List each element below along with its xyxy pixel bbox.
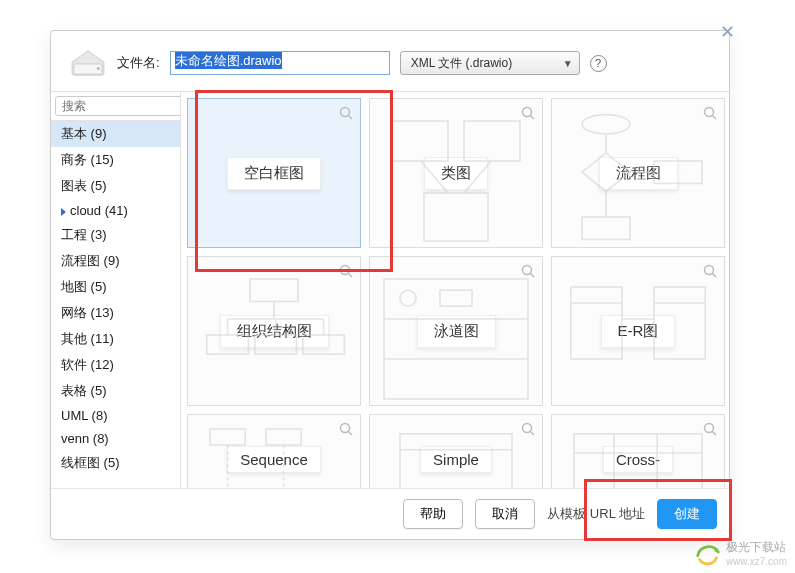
magnify-icon[interactable]: [338, 263, 354, 282]
magnify-icon[interactable]: [520, 263, 536, 282]
svg-point-51: [341, 424, 350, 433]
close-icon[interactable]: ✕: [716, 17, 739, 47]
svg-line-56: [531, 432, 535, 436]
svg-point-4: [341, 108, 350, 117]
svg-rect-48: [266, 429, 301, 445]
svg-rect-57: [574, 434, 702, 488]
svg-point-31: [341, 266, 350, 275]
svg-rect-41: [654, 287, 705, 359]
watermark-url: www.xz7.com: [726, 556, 787, 567]
svg-rect-22: [250, 279, 298, 301]
template-card[interactable]: 流程图: [551, 98, 725, 248]
svg-rect-16: [582, 217, 630, 239]
svg-point-1: [97, 67, 100, 70]
template-card[interactable]: Sequence: [187, 414, 361, 488]
dialog-header: 文件名: 未命名绘图.drawio XML 文件 (.drawio) ▼ ?: [51, 31, 729, 91]
svg-line-52: [349, 432, 353, 436]
sidebar-category-item[interactable]: cloud (41): [51, 199, 180, 222]
magnify-icon[interactable]: [702, 105, 718, 124]
filename-label: 文件名:: [117, 54, 160, 72]
svg-rect-24: [255, 335, 297, 354]
svg-rect-25: [303, 335, 345, 354]
help-button[interactable]: 帮助: [403, 499, 463, 529]
svg-line-62: [713, 432, 717, 436]
template-card[interactable]: 空白框图: [187, 98, 361, 248]
svg-rect-6: [392, 121, 448, 161]
new-file-dialog: ✕ 文件名: 未命名绘图.drawio XML 文件 (.drawio) ▼ ?: [50, 30, 730, 540]
template-card[interactable]: 类图: [369, 98, 543, 248]
svg-rect-47: [210, 429, 245, 445]
sidebar-category-item[interactable]: 流程图 (9): [51, 248, 180, 274]
magnify-icon[interactable]: [338, 421, 354, 440]
sidebar-category-item[interactable]: 商务 (15): [51, 147, 180, 173]
magnify-icon[interactable]: [702, 421, 718, 440]
svg-point-63: [714, 548, 718, 552]
svg-point-38: [523, 266, 532, 275]
template-card[interactable]: 组织结构图: [187, 256, 361, 406]
svg-rect-33: [384, 279, 528, 399]
svg-point-61: [705, 424, 714, 433]
search-input[interactable]: [55, 96, 181, 116]
chevron-down-icon: ▼: [563, 58, 573, 69]
sidebar-category-item[interactable]: 软件 (12): [51, 352, 180, 378]
svg-line-32: [349, 274, 353, 278]
magnify-icon[interactable]: [520, 421, 536, 440]
sidebar-category-item[interactable]: 工程 (3): [51, 222, 180, 248]
svg-marker-14: [582, 153, 630, 191]
sidebar-category-item[interactable]: 其他 (11): [51, 326, 180, 352]
svg-line-39: [531, 274, 535, 278]
watermark-text: 极光下载站: [726, 539, 787, 556]
template-grid-area: 空白框图类图流程图 组织结构图泳道图E-R图 SequenceSimpleCro…: [181, 92, 729, 488]
template-card[interactable]: 泳道图: [369, 256, 543, 406]
svg-line-5: [349, 116, 353, 120]
sidebar-category-item[interactable]: 图表 (5): [51, 173, 180, 199]
svg-line-12: [531, 116, 535, 120]
create-button[interactable]: 创建: [657, 499, 717, 529]
sidebar-category-item[interactable]: 基本 (9): [51, 121, 180, 147]
magnify-icon[interactable]: [702, 263, 718, 282]
template-card[interactable]: Simple: [369, 414, 543, 488]
svg-rect-40: [571, 287, 622, 359]
svg-point-13: [582, 115, 630, 134]
svg-rect-15: [654, 161, 702, 183]
format-selected-label: XML 文件 (.drawio): [411, 55, 513, 72]
watermark-logo-icon: [694, 539, 722, 567]
svg-point-20: [705, 108, 714, 117]
drive-icon: [69, 49, 107, 77]
sidebar-category-item[interactable]: venn (8): [51, 427, 180, 450]
svg-rect-53: [400, 434, 512, 488]
sidebar-category-item[interactable]: 线框图 (5): [51, 450, 180, 476]
cancel-button[interactable]: 取消: [475, 499, 535, 529]
dialog-footer: 帮助 取消 从模板 URL 地址 创建: [51, 488, 729, 539]
magnify-icon[interactable]: [520, 105, 536, 124]
svg-line-21: [713, 116, 717, 120]
svg-rect-23: [207, 335, 249, 354]
sidebar-category-item[interactable]: 表格 (5): [51, 378, 180, 404]
template-card[interactable]: E-R图: [551, 256, 725, 406]
search-row: [51, 92, 180, 121]
svg-line-10: [464, 161, 491, 193]
template-label: 空白框图: [227, 157, 321, 190]
sidebar-category-item[interactable]: 地图 (5): [51, 274, 180, 300]
filename-input[interactable]: 未命名绘图.drawio: [170, 51, 390, 75]
category-sidebar: 基本 (9)商务 (15)图表 (5)cloud (41)工程 (3)流程图 (…: [51, 92, 181, 488]
magnify-icon[interactable]: [338, 105, 354, 124]
svg-point-55: [523, 424, 532, 433]
watermark: 极光下载站 www.xz7.com: [694, 539, 787, 567]
svg-rect-37: [440, 290, 472, 306]
svg-rect-7: [464, 121, 520, 161]
svg-rect-8: [424, 193, 488, 241]
from-template-url-link[interactable]: 从模板 URL 地址: [547, 505, 645, 523]
filename-value: 未命名绘图.drawio: [175, 52, 282, 69]
svg-line-9: [421, 161, 448, 193]
sidebar-category-item[interactable]: 网络 (13): [51, 300, 180, 326]
svg-line-46: [713, 274, 717, 278]
svg-point-45: [705, 266, 714, 275]
svg-point-11: [523, 108, 532, 117]
file-format-select[interactable]: XML 文件 (.drawio) ▼: [400, 51, 580, 75]
help-icon[interactable]: ?: [590, 55, 607, 72]
template-card[interactable]: Cross-: [551, 414, 725, 488]
sidebar-category-item[interactable]: UML (8): [51, 404, 180, 427]
dialog-body: 基本 (9)商务 (15)图表 (5)cloud (41)工程 (3)流程图 (…: [51, 91, 729, 488]
svg-point-36: [400, 290, 416, 306]
